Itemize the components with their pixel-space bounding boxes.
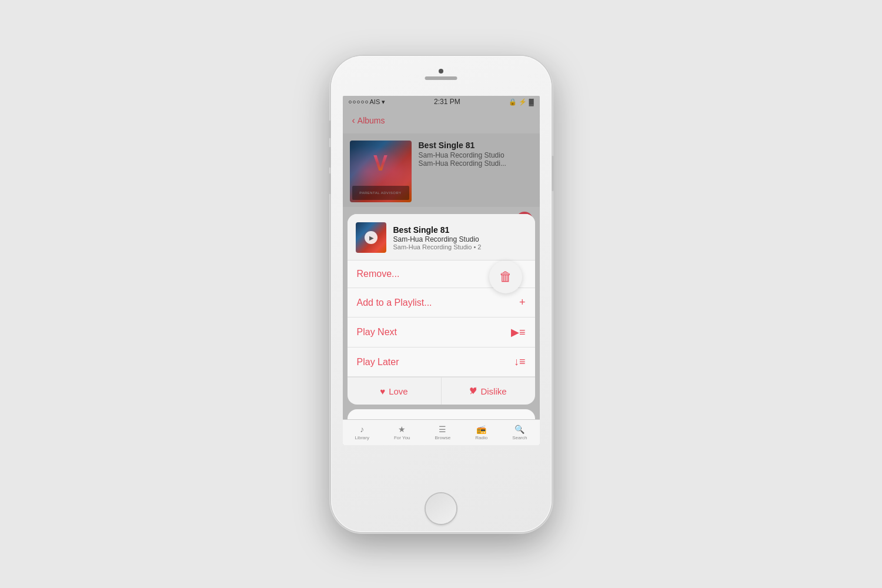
- play-next-label: Play Next: [357, 327, 397, 338]
- volume-up-button[interactable]: [329, 147, 331, 168]
- menu-album-art: ▶: [356, 222, 386, 253]
- for-you-icon: ★: [398, 425, 406, 434]
- phone-shell: AIS ▾ 2:31 PM 🔒 ⚡ ▓ ‹ Albums V PARE: [331, 56, 552, 532]
- menu-song-sub: Sam-Hua Recording Studio • 2: [393, 243, 482, 250]
- home-button[interactable]: [426, 493, 456, 524]
- speaker: [425, 76, 457, 80]
- tab-search[interactable]: 🔍 Search: [512, 425, 527, 440]
- tab-library[interactable]: ♪ Library: [355, 425, 369, 440]
- menu-items-section: Remove... 🗑 Add to a Playlist... +: [348, 260, 535, 405]
- dislike-icon: ♥̸: [469, 386, 477, 396]
- menu-song-header: ▶ Best Single 81 Sam-Hua Recording Studi…: [348, 214, 535, 260]
- love-label: Love: [389, 386, 408, 396]
- tab-browse[interactable]: ☰ Browse: [435, 425, 451, 440]
- play-later-label: Play Later: [357, 357, 399, 368]
- play-next-menu-item[interactable]: Play Next ▶≡: [348, 318, 535, 348]
- for-you-label: For You: [394, 435, 410, 440]
- menu-song-title: Best Single 81: [393, 225, 482, 235]
- menu-card: ▶ Best Single 81 Sam-Hua Recording Studi…: [348, 214, 535, 405]
- tab-bar: ♪ Library ★ For You ☰ Browse 📻 Radio 🔍: [343, 419, 540, 445]
- power-button[interactable]: [552, 156, 554, 191]
- phone-screen: AIS ▾ 2:31 PM 🔒 ⚡ ▓ ‹ Albums V PARE: [343, 96, 540, 445]
- remove-label: Remove...: [357, 269, 400, 279]
- delete-bubble[interactable]: 🗑: [489, 260, 522, 293]
- add-playlist-icon: +: [519, 296, 526, 309]
- dislike-button[interactable]: ♥̸ Dislike: [442, 377, 535, 405]
- play-later-menu-item[interactable]: Play Later ↓≡: [348, 348, 535, 377]
- love-dislike-row: ♥ Love ♥̸ Dislike: [348, 377, 535, 405]
- search-icon: 🔍: [514, 425, 524, 434]
- tab-for-you[interactable]: ★ For You: [394, 425, 410, 440]
- radio-icon: 📻: [476, 425, 486, 434]
- menu-play-button[interactable]: ▶: [365, 231, 377, 244]
- browse-label: Browse: [435, 435, 451, 440]
- radio-label: Radio: [475, 435, 487, 440]
- library-label: Library: [355, 435, 369, 440]
- context-overlay: ▶ Best Single 81 Sam-Hua Recording Studi…: [343, 96, 540, 445]
- search-label: Search: [512, 435, 527, 440]
- browse-icon: ☰: [439, 425, 446, 434]
- dislike-label: Dislike: [480, 386, 506, 396]
- mute-button[interactable]: [329, 121, 331, 138]
- library-icon: ♪: [360, 425, 364, 434]
- play-later-icon: ↓≡: [514, 356, 526, 368]
- context-menu: ▶ Best Single 81 Sam-Hua Recording Studi…: [343, 214, 540, 445]
- love-button[interactable]: ♥ Love: [348, 377, 442, 405]
- menu-song-artist: Sam-Hua Recording Studio: [393, 235, 482, 243]
- remove-menu-item[interactable]: Remove... 🗑: [348, 260, 535, 288]
- front-camera: [439, 69, 443, 74]
- trash-icon: 🗑: [499, 269, 512, 285]
- play-icon: ▶: [369, 235, 374, 241]
- play-next-icon: ▶≡: [511, 326, 526, 339]
- tab-radio[interactable]: 📻 Radio: [475, 425, 487, 440]
- heart-icon: ♥: [380, 386, 385, 396]
- add-playlist-label: Add to a Playlist...: [357, 298, 432, 308]
- volume-down-button[interactable]: [329, 173, 331, 194]
- menu-song-details: Best Single 81 Sam-Hua Recording Studio …: [393, 225, 482, 250]
